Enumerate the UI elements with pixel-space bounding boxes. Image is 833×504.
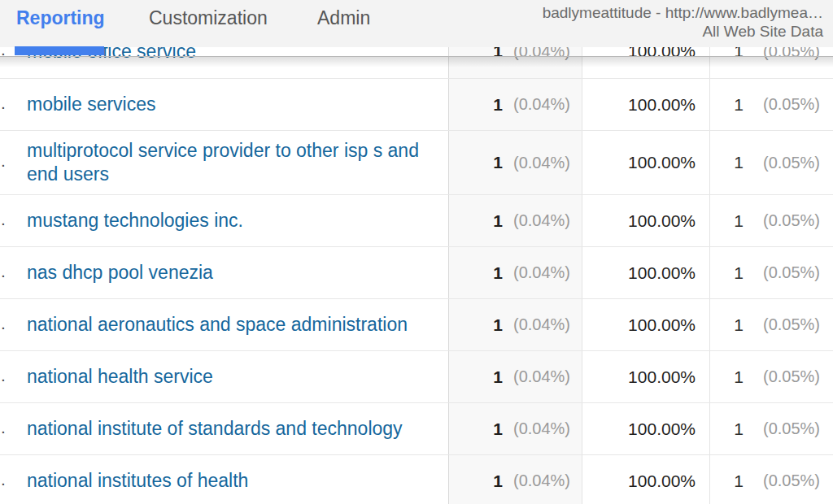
service-provider-table: . mobile office service 1 (0.04%) 100.00… (0, 24, 833, 504)
provider-name-link[interactable]: mustang technologies inc. (27, 209, 243, 232)
sessions-cell: 1 (0.04%) (448, 247, 582, 298)
provider-name-link[interactable]: national health service (27, 365, 213, 389)
row-number-period: . (1, 418, 6, 437)
new-users-percent: (0.05%) (763, 154, 820, 172)
sessions-percent: (0.04%) (513, 211, 570, 230)
percent-new-sessions-value: 100.00% (628, 95, 696, 115)
percent-new-sessions-cell: 100.00% (582, 131, 710, 194)
provider-name-cell: . mustang technologies inc. (0, 195, 448, 246)
new-users-value: 1 (734, 153, 744, 172)
new-users-percent: (0.05%) (763, 315, 820, 334)
new-users-percent: (0.05%) (763, 367, 820, 386)
sessions-cell: 1 (0.04%) (448, 79, 582, 130)
table-row: . national institute of standards and te… (0, 403, 833, 455)
new-users-cell: 1 (0.05%) (710, 455, 833, 504)
sessions-cell: 1 (0.04%) (448, 195, 582, 246)
percent-new-sessions-cell: 100.00% (582, 299, 710, 350)
new-users-value: 1 (734, 471, 744, 491)
percent-new-sessions-value: 100.00% (628, 263, 696, 283)
sessions-value: 1 (493, 263, 503, 283)
sessions-value: 1 (493, 315, 503, 335)
new-users-cell: 1 (0.05%) (710, 351, 833, 402)
provider-name-link[interactable]: nas dhcp pool venezia (27, 261, 213, 285)
new-users-value: 1 (734, 315, 744, 335)
tab-admin[interactable]: Admin (317, 7, 370, 29)
sessions-value: 1 (493, 471, 503, 491)
sessions-cell: 1 (0.04%) (448, 455, 582, 504)
row-number-period: . (1, 366, 6, 385)
percent-new-sessions-value: 100.00% (628, 367, 696, 387)
row-number-period: . (1, 93, 6, 113)
row-number-period: . (1, 470, 6, 489)
view-name-label: All Web Site Data (543, 22, 823, 41)
provider-name-cell: . multiprotocol service provider to othe… (0, 131, 448, 194)
row-number-period: . (1, 151, 6, 171)
account-view-switcher[interactable]: badlymeattitude - http://www.badlymea… A… (543, 3, 823, 41)
sessions-percent: (0.04%) (513, 263, 570, 282)
new-users-percent: (0.05%) (763, 263, 820, 282)
sessions-cell: 1 (0.04%) (448, 299, 582, 350)
row-number-period: . (1, 210, 6, 229)
analytics-screen: . mobile office service 1 (0.04%) 100.00… (0, 0, 833, 504)
new-users-percent: (0.05%) (763, 95, 820, 114)
percent-new-sessions-value: 100.00% (628, 211, 696, 231)
sessions-percent: (0.04%) (513, 419, 570, 438)
new-users-cell: 1 (0.05%) (710, 247, 833, 298)
sessions-percent: (0.04%) (513, 154, 570, 172)
row-number-period: . (1, 314, 6, 333)
new-users-cell: 1 (0.05%) (710, 131, 833, 194)
sessions-value: 1 (493, 95, 503, 115)
tab-reporting[interactable]: Reporting (16, 7, 105, 29)
sessions-value: 1 (493, 211, 503, 231)
row-number-period: . (1, 262, 6, 281)
sessions-cell: 1 (0.04%) (448, 351, 582, 402)
provider-name-cell: . national institutes of health (0, 455, 448, 504)
percent-new-sessions-value: 100.00% (628, 315, 696, 335)
tab-customization[interactable]: Customization (149, 7, 268, 29)
sessions-value: 1 (493, 367, 503, 387)
table-row: . mobile services 1 (0.04%) 100.00% 1 (0… (0, 79, 833, 131)
active-tab-indicator (15, 46, 104, 55)
new-users-value: 1 (734, 367, 744, 387)
percent-new-sessions-value: 100.00% (628, 471, 696, 491)
percent-new-sessions-value: 100.00% (628, 419, 696, 439)
percent-new-sessions-value: 100.00% (628, 153, 696, 172)
percent-new-sessions-cell: 100.00% (582, 79, 710, 130)
provider-name-link[interactable]: national institute of standards and tech… (27, 417, 403, 441)
provider-name-link[interactable]: national institutes of health (27, 469, 248, 493)
sessions-percent: (0.04%) (513, 367, 570, 386)
percent-new-sessions-cell: 100.00% (582, 403, 710, 454)
new-users-percent: (0.05%) (763, 419, 820, 438)
sessions-value: 1 (493, 153, 503, 172)
provider-name-link[interactable]: multiprotocol service provider to other … (27, 139, 434, 186)
account-property-label: badlymeattitude - http://www.badlymea… (543, 3, 823, 22)
table-row: . mustang technologies inc. 1 (0.04%) 10… (0, 195, 833, 247)
provider-name-cell: . national aeronautics and space adminis… (0, 299, 448, 350)
sessions-percent: (0.04%) (513, 315, 570, 334)
new-users-cell: 1 (0.05%) (710, 403, 833, 454)
percent-new-sessions-cell: 100.00% (582, 351, 710, 402)
table-row: . national institutes of health 1 (0.04%… (0, 455, 833, 504)
provider-name-cell: . nas dhcp pool venezia (0, 247, 448, 298)
provider-name-link[interactable]: national aeronautics and space administr… (27, 313, 408, 337)
sessions-cell: 1 (0.04%) (448, 403, 582, 454)
provider-name-cell: . national institute of standards and te… (0, 403, 448, 454)
new-users-cell: 1 (0.05%) (710, 79, 833, 130)
provider-name-link[interactable]: mobile services (27, 93, 156, 116)
new-users-value: 1 (734, 211, 744, 231)
app-header: Reporting Customization Admin badlymeatt… (0, 0, 833, 47)
table-row: . multiprotocol service provider to othe… (0, 131, 833, 195)
new-users-value: 1 (734, 263, 744, 283)
provider-name-cell: . national health service (0, 351, 448, 402)
percent-new-sessions-cell: 100.00% (582, 195, 710, 246)
new-users-percent: (0.05%) (763, 471, 820, 490)
sessions-percent: (0.04%) (513, 471, 570, 490)
new-users-value: 1 (734, 419, 744, 439)
new-users-cell: 1 (0.05%) (710, 195, 833, 246)
provider-name-cell: . mobile services (0, 79, 448, 130)
percent-new-sessions-cell: 100.00% (582, 455, 710, 504)
sessions-value: 1 (493, 419, 503, 439)
sessions-cell: 1 (0.04%) (448, 131, 582, 194)
table-row: . national health service 1 (0.04%) 100.… (0, 351, 833, 403)
table-row: . national aeronautics and space adminis… (0, 299, 833, 351)
